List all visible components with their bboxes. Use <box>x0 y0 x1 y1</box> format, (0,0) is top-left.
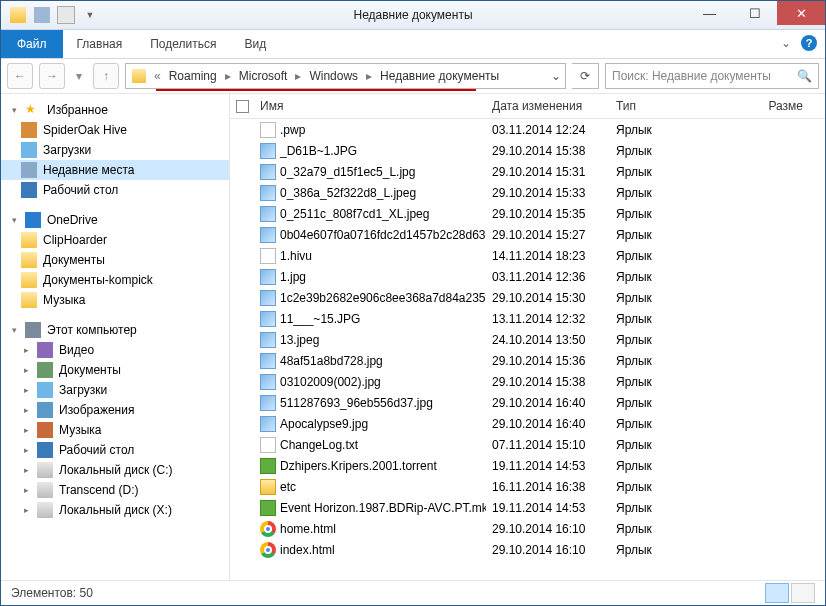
file-row[interactable]: 1.jpg03.11.2014 12:36Ярлык <box>230 266 825 287</box>
file-row[interactable]: 48af51a8bd728.jpg29.10.2014 15:36Ярлык <box>230 350 825 371</box>
file-row[interactable]: .pwp03.11.2014 12:24Ярлык <box>230 119 825 140</box>
file-type: Ярлык <box>610 459 710 473</box>
onedrive-group[interactable]: ▾OneDrive <box>1 210 229 230</box>
file-row[interactable]: 1.hivu14.11.2014 18:23Ярлык <box>230 245 825 266</box>
file-list[interactable]: .pwp03.11.2014 12:24Ярлык_D61B~1.JPG29.1… <box>230 119 825 580</box>
address-bar[interactable]: « Roaming▸ Microsoft▸ Windows▸ Недавние … <box>125 63 566 89</box>
file-row[interactable]: home.html29.10.2014 16:10Ярлык <box>230 518 825 539</box>
column-headers[interactable]: Имя Дата изменения Тип Разме <box>230 94 825 119</box>
file-type: Ярлык <box>610 333 710 347</box>
annotation-underline <box>156 89 476 91</box>
sidebar-item[interactable]: Документы <box>1 250 229 270</box>
file-name: 03102009(002).jpg <box>280 375 381 389</box>
file-row[interactable]: 0b04e607f0a0716fdc2d1457b2c28d63.j...29.… <box>230 224 825 245</box>
share-tab[interactable]: Поделиться <box>136 30 230 58</box>
maximize-button[interactable]: ☐ <box>732 1 777 25</box>
home-tab[interactable]: Главная <box>63 30 137 58</box>
qat-newfolder[interactable] <box>55 4 77 26</box>
file-row[interactable]: 1c2e39b2682e906c8ee368a7d84a235f_f...29.… <box>230 287 825 308</box>
file-row[interactable]: 03102009(002).jpg29.10.2014 15:38Ярлык <box>230 371 825 392</box>
sidebar-item[interactable]: ▸Локальный диск (X:) <box>1 500 229 520</box>
file-icon <box>260 458 276 474</box>
file-row[interactable]: _D61B~1.JPG29.10.2014 15:38Ярлык <box>230 140 825 161</box>
address-dropdown-icon[interactable]: ⌄ <box>551 69 561 83</box>
file-icon <box>260 248 276 264</box>
sidebar-item[interactable]: Рабочий стол <box>1 180 229 200</box>
sidebar-item[interactable]: ▸Музыка <box>1 420 229 440</box>
help-button[interactable]: ? <box>801 35 817 51</box>
file-row[interactable]: index.html29.10.2014 16:10Ярлык <box>230 539 825 560</box>
view-details-button[interactable] <box>765 583 789 603</box>
file-date: 29.10.2014 15:35 <box>486 207 610 221</box>
favorites-group[interactable]: ▾★Избранное <box>1 100 229 120</box>
col-size[interactable]: Разме <box>710 99 809 113</box>
select-all-checkbox[interactable] <box>236 100 249 113</box>
breadcrumb-seg[interactable]: Roaming <box>163 64 223 88</box>
file-type: Ярлык <box>610 165 710 179</box>
file-row[interactable]: 0_2511c_808f7cd1_XL.jpeg29.10.2014 15:35… <box>230 203 825 224</box>
sidebar-item[interactable]: ▸Загрузки <box>1 380 229 400</box>
sidebar-item[interactable]: ▸Документы <box>1 360 229 380</box>
sidebar-item-recent[interactable]: Недавние места <box>1 160 229 180</box>
file-row[interactable]: 11___~15.JPG13.11.2014 12:32Ярлык <box>230 308 825 329</box>
file-name: Event Horizon.1987.BDRip-AVC.PT.mk... <box>280 501 486 515</box>
file-icon <box>260 374 276 390</box>
view-tab[interactable]: Вид <box>230 30 280 58</box>
file-date: 07.11.2014 15:10 <box>486 438 610 452</box>
file-date: 29.10.2014 16:40 <box>486 417 610 431</box>
file-row[interactable]: Apocalypse9.jpg29.10.2014 16:40Ярлык <box>230 413 825 434</box>
sidebar-item[interactable]: ▸Видео <box>1 340 229 360</box>
close-button[interactable]: ✕ <box>777 1 825 25</box>
search-box[interactable]: Поиск: Недавние документы 🔍 <box>605 63 819 89</box>
forward-button[interactable]: → <box>39 63 65 89</box>
history-dropdown[interactable]: ▾ <box>71 64 87 88</box>
minimize-button[interactable]: — <box>687 1 732 25</box>
breadcrumb-seg[interactable]: Microsoft <box>233 64 294 88</box>
file-name: 0_2511c_808f7cd1_XL.jpeg <box>280 207 429 221</box>
file-date: 29.10.2014 16:10 <box>486 522 610 536</box>
file-date: 14.11.2014 18:23 <box>486 249 610 263</box>
file-type: Ярлык <box>610 291 710 305</box>
qat-properties[interactable] <box>31 4 53 26</box>
nav-pane[interactable]: ▾★Избранное SpiderOak Hive Загрузки Неда… <box>1 94 230 580</box>
breadcrumb-seg[interactable]: Windows <box>303 64 364 88</box>
sidebar-item[interactable]: Документы-kompick <box>1 270 229 290</box>
file-date: 29.10.2014 15:30 <box>486 291 610 305</box>
col-date[interactable]: Дата изменения <box>486 99 610 113</box>
file-icon <box>260 542 276 558</box>
refresh-button[interactable]: ⟳ <box>572 63 599 89</box>
file-tab[interactable]: Файл <box>1 30 63 58</box>
sidebar-item[interactable]: ▸Изображения <box>1 400 229 420</box>
view-icons-button[interactable] <box>791 583 815 603</box>
sidebar-item[interactable]: SpiderOak Hive <box>1 120 229 140</box>
file-row[interactable]: 13.jpeg24.10.2014 13:50Ярлык <box>230 329 825 350</box>
file-row[interactable]: Event Horizon.1987.BDRip-AVC.PT.mk...19.… <box>230 497 825 518</box>
file-row[interactable]: 0_386a_52f322d8_L.jpeg29.10.2014 15:33Яр… <box>230 182 825 203</box>
sidebar-item[interactable]: Музыка <box>1 290 229 310</box>
file-row[interactable]: Dzhipers.Kripers.2001.torrent19.11.2014 … <box>230 455 825 476</box>
file-icon <box>260 395 276 411</box>
file-name: Apocalypse9.jpg <box>280 417 368 431</box>
thispc-group[interactable]: ▾Этот компьютер <box>1 320 229 340</box>
file-row[interactable]: 511287693_96eb556d37.jpg29.10.2014 16:40… <box>230 392 825 413</box>
ribbon-expand-icon[interactable]: ⌄ <box>781 36 791 50</box>
col-name[interactable]: Имя <box>254 99 486 113</box>
file-row[interactable]: ChangeLog.txt07.11.2014 15:10Ярлык <box>230 434 825 455</box>
up-button[interactable]: ↑ <box>93 63 119 89</box>
file-date: 19.11.2014 14:53 <box>486 501 610 515</box>
file-date: 29.10.2014 15:27 <box>486 228 610 242</box>
file-icon <box>260 437 276 453</box>
back-button[interactable]: ← <box>7 63 33 89</box>
file-name: 1c2e39b2682e906c8ee368a7d84a235f_f... <box>280 291 486 305</box>
sidebar-item[interactable]: ▸Локальный диск (C:) <box>1 460 229 480</box>
sidebar-item[interactable]: ClipHoarder <box>1 230 229 250</box>
breadcrumb-seg[interactable]: Недавние документы <box>374 64 505 88</box>
sidebar-item[interactable]: Загрузки <box>1 140 229 160</box>
sidebar-item[interactable]: ▸Рабочий стол <box>1 440 229 460</box>
file-row[interactable]: etc16.11.2014 16:38Ярлык <box>230 476 825 497</box>
qat-dropdown[interactable]: ▼ <box>79 4 101 26</box>
col-type[interactable]: Тип <box>610 99 710 113</box>
file-row[interactable]: 0_32a79_d15f1ec5_L.jpg29.10.2014 15:31Яр… <box>230 161 825 182</box>
sidebar-item[interactable]: ▸Transcend (D:) <box>1 480 229 500</box>
file-name: 0b04e607f0a0716fdc2d1457b2c28d63.j... <box>280 228 486 242</box>
